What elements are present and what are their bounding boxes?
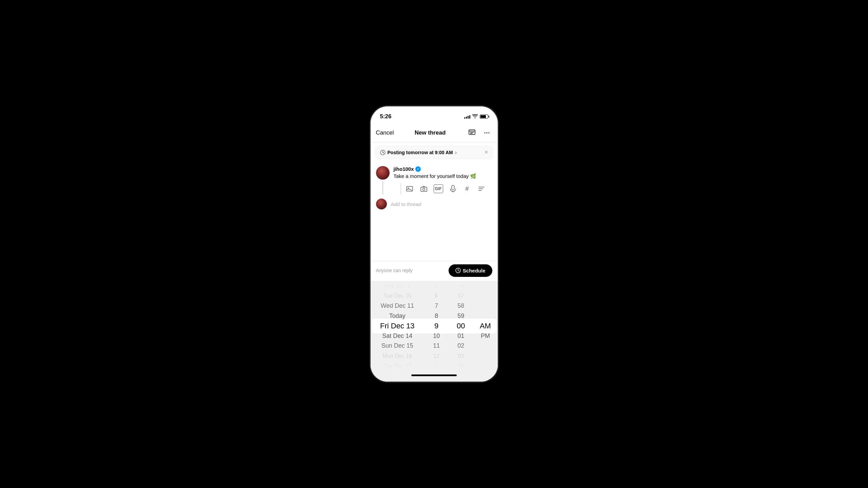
picker-ampm-item xyxy=(473,361,497,371)
app-content: Cancel New thread xyxy=(371,123,498,382)
header: Cancel New thread xyxy=(371,123,498,143)
avatar-column xyxy=(376,166,390,195)
picker-date-column[interactable]: Mon Dec 9 Tue Dec 10 Wed Dec 11 Today Fr… xyxy=(371,281,425,371)
image-attach-icon[interactable] xyxy=(405,184,414,193)
picker-columns: Mon Dec 9 Tue Dec 10 Wed Dec 11 Today Fr… xyxy=(371,281,498,371)
schedule-clock-icon xyxy=(455,268,461,273)
post-body: jiho100x ✓ Take a moment for yourself to… xyxy=(394,166,492,195)
picker-ampm-column[interactable]: AM PM xyxy=(473,281,497,371)
picker-date-item: Sun Dec 15 xyxy=(371,341,425,351)
drafts-icon[interactable] xyxy=(467,127,477,138)
thread-content: jiho100x ✓ Take a moment for yourself to… xyxy=(371,162,498,261)
hashtag-icon[interactable]: # xyxy=(463,184,472,193)
picker-minute-item: 02 xyxy=(449,341,473,351)
schedule-text: Posting tomorrow at 9:00 AM xyxy=(388,150,453,155)
format-icon[interactable] xyxy=(477,184,486,193)
picker-hour-item: 12 xyxy=(424,351,449,361)
picker-ampm-item xyxy=(473,291,497,301)
schedule-banner[interactable]: Posting tomorrow at 9:00 AM › × xyxy=(375,145,494,159)
gif-icon[interactable]: GIF xyxy=(434,184,443,193)
schedule-time: tomorrow at 9:00 AM xyxy=(406,150,453,155)
verified-badge-icon: ✓ xyxy=(415,166,421,172)
svg-point-6 xyxy=(408,188,409,189)
phone-frame: 5:26 Cancel xyxy=(371,106,498,382)
svg-rect-7 xyxy=(421,187,427,191)
picker-minute-item: 03 xyxy=(449,351,473,361)
picker-date-item: Mon Dec 9 xyxy=(371,281,425,291)
signal-bars-icon xyxy=(464,115,470,119)
post-row: jiho100x ✓ Take a moment for yourself to… xyxy=(376,166,492,195)
picker-date-selected: Fri Dec 13 xyxy=(371,321,425,331)
schedule-prefix: Posting xyxy=(388,150,405,155)
reply-avatar xyxy=(376,199,387,209)
schedule-arrow: › xyxy=(455,149,457,156)
wifi-icon xyxy=(472,114,478,119)
picker-minute-item: 58 xyxy=(449,301,473,311)
picker-minute-item: 57 xyxy=(449,291,473,301)
status-time: 5:26 xyxy=(380,113,392,120)
header-actions xyxy=(467,127,492,138)
home-indicator-area xyxy=(371,371,498,382)
username: jiho100x xyxy=(394,166,414,172)
home-indicator xyxy=(411,374,457,376)
schedule-button[interactable]: Schedule xyxy=(449,264,492,277)
thread-line xyxy=(382,181,383,195)
post-text: Take a moment for yourself today 🌿 xyxy=(394,172,492,180)
svg-rect-9 xyxy=(452,185,454,190)
svg-point-8 xyxy=(422,188,425,190)
schedule-info: Posting tomorrow at 9:00 AM › xyxy=(380,149,457,156)
battery-icon xyxy=(480,115,488,119)
picker-hour-item: 8 xyxy=(424,311,449,321)
status-icons xyxy=(464,114,488,119)
clock-icon xyxy=(380,150,386,155)
picker-minute-column[interactable]: 56 57 58 59 00 01 02 03 04 xyxy=(449,281,473,371)
picker-hour-item: 6 xyxy=(424,291,449,301)
header-title: New thread xyxy=(415,129,446,136)
avatar xyxy=(376,166,390,180)
add-thread-row[interactable]: Add to thread xyxy=(376,199,492,209)
picker-minute-item: 04 xyxy=(449,361,473,371)
picker-hour-selected: 9 xyxy=(424,321,449,331)
add-thread-placeholder[interactable]: Add to thread xyxy=(391,201,421,207)
status-bar: 5:26 xyxy=(371,106,498,123)
picker-hour-item: 10 xyxy=(424,331,449,341)
picker-hour-column[interactable]: 5 6 7 8 9 10 11 12 1 xyxy=(424,281,449,371)
picker-date-item: Tue Dec 17 xyxy=(371,361,425,371)
picker-ampm-item xyxy=(473,311,497,321)
picker-ampm-item xyxy=(473,341,497,351)
schedule-close-icon[interactable]: × xyxy=(485,149,488,156)
schedule-btn-label: Schedule xyxy=(463,268,486,273)
picker-date-item: Sat Dec 14 xyxy=(371,331,425,341)
username-row: jiho100x ✓ xyxy=(394,166,492,172)
camera-icon[interactable] xyxy=(419,184,428,193)
picker-minute-selected: 00 xyxy=(449,321,473,331)
svg-point-1 xyxy=(484,133,485,134)
more-options-icon[interactable] xyxy=(481,127,492,138)
svg-point-3 xyxy=(488,133,489,134)
svg-rect-0 xyxy=(469,130,475,135)
picker-ampm-item xyxy=(473,301,497,311)
picker-minute-item: 01 xyxy=(449,331,473,341)
post-toolbar: GIF # xyxy=(400,183,492,195)
picker-hour-item: 7 xyxy=(424,301,449,311)
picker-hour-item: 11 xyxy=(424,341,449,351)
picker-ampm-item xyxy=(473,281,497,291)
picker-pm-item: PM xyxy=(473,331,497,341)
svg-point-2 xyxy=(486,133,487,134)
picker-date-item: Wed Dec 11 xyxy=(371,301,425,311)
picker-minute-item: 59 xyxy=(449,311,473,321)
mic-icon[interactable] xyxy=(449,184,457,193)
picker-hour-item: 1 xyxy=(424,361,449,371)
picker-ampm-item xyxy=(473,351,497,361)
picker-minute-item: 56 xyxy=(449,281,473,291)
picker-date-item: Tue Dec 10 xyxy=(371,291,425,301)
date-time-picker[interactable]: Mon Dec 9 Tue Dec 10 Wed Dec 11 Today Fr… xyxy=(371,281,498,371)
bottom-bar: Anyone can reply Schedule xyxy=(371,261,498,281)
picker-hour-item: 5 xyxy=(424,281,449,291)
picker-date-item: Today xyxy=(371,311,425,321)
reply-setting-label[interactable]: Anyone can reply xyxy=(376,268,413,273)
picker-date-item: Mon Dec 16 xyxy=(371,351,425,361)
cancel-button[interactable]: Cancel xyxy=(376,129,394,136)
picker-am-selected: AM xyxy=(473,321,497,331)
